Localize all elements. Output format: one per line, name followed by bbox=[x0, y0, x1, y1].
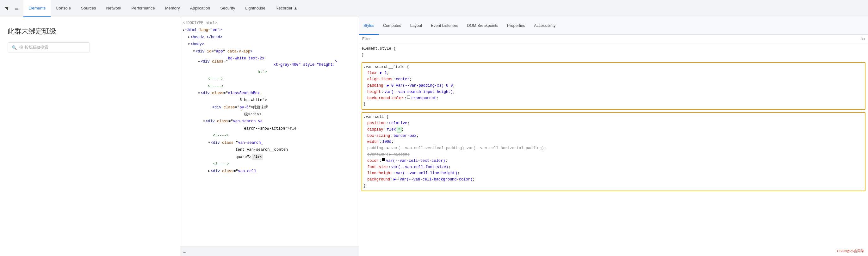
tab-dom-breakpoints[interactable]: DOM Breakpoints bbox=[462, 17, 503, 35]
styles-panel: Styles Computed Layout Event Listeners D… bbox=[359, 17, 868, 256]
dom-line[interactable]: ▶ <html lang =" en " > bbox=[180, 27, 359, 33]
tab-computed[interactable]: Computed bbox=[379, 17, 406, 35]
style-prop-line-height: line-height : var(--van-cell-line-height… bbox=[362, 170, 865, 177]
tab-application[interactable]: Application bbox=[185, 0, 215, 17]
search-box[interactable]: 🔍 搜 按班级id搜索 bbox=[8, 42, 90, 53]
expand-arrow[interactable]: ▶ bbox=[208, 168, 210, 174]
style-prop-flex: flex : ▶ 1 ; bbox=[362, 70, 865, 76]
style-prop-display: display : flex ⊞ ; bbox=[362, 127, 865, 133]
van-cell-block: .van-cell { position : relative ; displa… bbox=[362, 112, 865, 191]
expand-arrow[interactable]: ▶ bbox=[188, 34, 190, 40]
expand-arrow[interactable]: ▼ bbox=[198, 91, 200, 96]
tab-elements[interactable]: Elements bbox=[23, 0, 51, 17]
device-icon[interactable]: ▭ bbox=[12, 4, 21, 13]
tab-layout[interactable]: Layout bbox=[406, 17, 427, 35]
dom-line[interactable]: <!DOCTYPE html> bbox=[180, 20, 359, 27]
dom-line[interactable]: h;"> bbox=[180, 69, 359, 75]
main-container: 此群未绑定班级 🔍 搜 按班级id搜索 <!DOCTYPE html> ▶ <h… bbox=[0, 17, 868, 256]
inspect-icon[interactable]: ◥ bbox=[2, 4, 11, 13]
csdn-watermark: CSDN@小言同学 bbox=[837, 249, 864, 253]
webpage-title: 此群未绑定班级 bbox=[8, 27, 173, 36]
expand-arrow[interactable]: ▼ bbox=[198, 59, 200, 64]
devtools-tabbar: ◥ ▭ Elements Console Sources Network Per… bbox=[0, 0, 868, 17]
flex-badge[interactable]: ⊞ bbox=[397, 127, 401, 133]
expand-arrow[interactable]: ▼ bbox=[208, 140, 210, 146]
webpage-panel: 此群未绑定班级 🔍 搜 按班级id搜索 bbox=[0, 17, 180, 256]
dom-line[interactable]: 6 bg-white"> bbox=[180, 97, 359, 104]
dom-line[interactable]: 级</div> bbox=[180, 111, 359, 118]
style-prop-height: height : var(--van-search-input-height) … bbox=[362, 89, 865, 95]
dom-content: <!DOCTYPE html> ▶ <html lang =" en " > ▶… bbox=[180, 17, 359, 177]
dom-line[interactable]: ▼ <body> bbox=[180, 41, 359, 48]
style-prop-padding: padding : ▶ 0 var(--van-padding-xs) 0 0 … bbox=[362, 83, 865, 89]
search-icon: 🔍 bbox=[12, 45, 17, 50]
styles-filter-bar: :ho bbox=[359, 35, 868, 43]
style-prop-align-items: align-items : center ; bbox=[362, 76, 865, 83]
expand-arrow[interactable]: ▼ bbox=[203, 119, 205, 124]
expand-arrow[interactable]: ▼ bbox=[193, 49, 195, 54]
expand-arrow[interactable]: ▶ bbox=[183, 28, 185, 33]
dom-line[interactable]: ▶ <head> … </head> bbox=[180, 34, 359, 41]
style-prop-background-color: background-color : transparent ; bbox=[362, 95, 865, 102]
color-swatch-white[interactable] bbox=[396, 177, 399, 180]
dom-line[interactable]: tent van-search__conten bbox=[180, 146, 359, 153]
dom-line[interactable]: ▼ <div class =" van-search_ bbox=[180, 139, 359, 146]
color-swatch-transparent[interactable] bbox=[407, 95, 410, 99]
tab-performance[interactable]: Performance bbox=[126, 0, 160, 17]
expand-arrow[interactable]: ▼ bbox=[188, 42, 190, 47]
dom-line[interactable]: ▼ <div id =" app " data-v-app > bbox=[180, 48, 359, 55]
tab-memory[interactable]: Memory bbox=[160, 0, 185, 17]
style-prop-background: background : ▶ var(--van-cell-background… bbox=[362, 177, 865, 183]
van-search-field-block: .van-search__field { flex : ▶ 1 ; align-… bbox=[362, 62, 865, 110]
dom-line[interactable]: <!----> bbox=[180, 75, 359, 83]
style-prop-font-size: font-size : var(--van-cell-font-size) ; bbox=[362, 164, 865, 171]
tab-event-listeners[interactable]: Event Listeners bbox=[426, 17, 462, 35]
color-swatch-black[interactable] bbox=[382, 158, 385, 161]
tab-styles[interactable]: Styles bbox=[359, 17, 379, 35]
style-prop-padding-strikethrough: padding : ▶ var(--van-cell-vertical-padd… bbox=[362, 146, 865, 152]
tab-accessibility[interactable]: Accessibility bbox=[530, 17, 560, 35]
dom-line[interactable]: ▼ <div class =" bg-white text-2x xt-gray… bbox=[180, 55, 359, 69]
dom-bottom-bar: ... bbox=[180, 247, 359, 256]
style-prop-width: width : 100% ; bbox=[362, 139, 865, 146]
styles-pseudo: :ho bbox=[860, 37, 865, 41]
styles-content: element.style { } .van-search__field { f… bbox=[359, 43, 868, 256]
style-prop-color: color : var(--van-cell-text-color) ; bbox=[362, 158, 865, 164]
dom-line[interactable]: ▼ <div class =" classSearchBox … bbox=[180, 90, 359, 97]
dom-line[interactable]: <!----> bbox=[180, 161, 359, 167]
styles-filter-input[interactable] bbox=[362, 37, 857, 41]
element-style-block: element.style { } bbox=[362, 46, 865, 59]
dom-line[interactable]: <!----> bbox=[180, 132, 359, 139]
tab-properties[interactable]: Properties bbox=[503, 17, 530, 35]
dom-bottom-dots: ... bbox=[183, 249, 186, 254]
tab-security[interactable]: Security bbox=[215, 0, 240, 17]
search-placeholder: 搜 按班级id搜索 bbox=[19, 44, 49, 50]
dom-line[interactable]: <div class =" py-6 "> 此群未绑 bbox=[180, 104, 359, 111]
dom-line[interactable]: ▼ <div class =" van-search va bbox=[180, 118, 359, 125]
tab-lighthouse[interactable]: Lighthouse bbox=[240, 0, 271, 17]
dom-panel: <!DOCTYPE html> ▶ <html lang =" en " > ▶… bbox=[180, 17, 359, 256]
devtools-icon-group: ◥ ▭ bbox=[2, 4, 21, 13]
dom-line[interactable]: earch--show-action"> fle bbox=[180, 125, 359, 132]
tab-recorder[interactable]: Recorder ▲ bbox=[271, 0, 303, 17]
tab-network[interactable]: Network bbox=[101, 0, 127, 17]
tab-sources[interactable]: Sources bbox=[76, 0, 101, 17]
panel-tabbar: Styles Computed Layout Event Listeners D… bbox=[359, 17, 868, 35]
style-prop-position: position : relative ; bbox=[362, 120, 865, 127]
style-prop-overflow-strikethrough: overflow : ▶ hidden ; bbox=[362, 152, 865, 158]
dom-line[interactable]: <!----> bbox=[180, 83, 359, 90]
dom-line[interactable]: ▶ <div class =" van-cell bbox=[180, 168, 359, 175]
style-prop-box-sizing: box-sizing : border-box ; bbox=[362, 133, 865, 139]
tab-console[interactable]: Console bbox=[51, 0, 76, 17]
dom-line[interactable]: quare"> flex bbox=[180, 153, 359, 161]
